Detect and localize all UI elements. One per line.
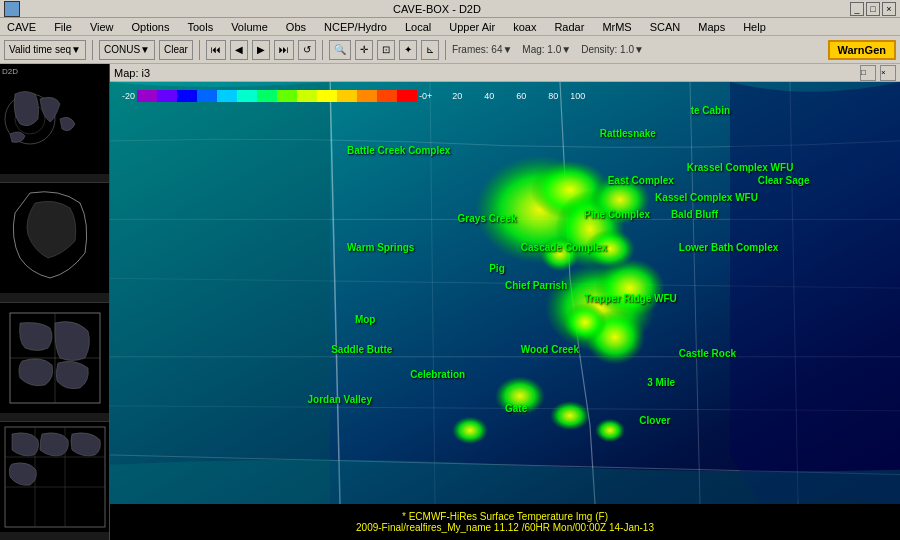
select-btn[interactable]: ⊡ xyxy=(377,40,395,60)
scale-label-100: 100 xyxy=(570,91,585,101)
mini-map-world[interactable]: D2D xyxy=(0,64,109,183)
svg-point-31 xyxy=(495,376,545,415)
sep2 xyxy=(199,40,200,60)
map-container: Map: i3 □ × xyxy=(110,64,900,540)
menu-item-tools[interactable]: Tools xyxy=(184,21,216,33)
density-label: Density: 1.0▼ xyxy=(581,44,644,55)
status-line2: 2009-Final/realfires_My_name 11.12 /60HR… xyxy=(118,522,892,533)
measure-btn[interactable]: ⊾ xyxy=(421,40,439,60)
scale-label-60: 60 xyxy=(516,91,526,101)
menu-item-ncephydro[interactable]: NCEP/Hydro xyxy=(321,21,390,33)
app-icon xyxy=(4,1,20,17)
prev-button[interactable]: ◀ xyxy=(230,40,248,60)
menu-bar: CAVEFileViewOptionsToolsVolumeObsNCEP/Hy… xyxy=(0,18,900,36)
next-button[interactable]: ▶ xyxy=(252,40,270,60)
map-title-bar: Map: i3 □ × xyxy=(110,64,900,82)
loop-button[interactable]: ↺ xyxy=(298,40,316,60)
menu-item-radar[interactable]: Radar xyxy=(551,21,587,33)
scale-label-80: 80 xyxy=(548,91,558,101)
map-close-button[interactable]: × xyxy=(880,65,896,81)
cursor-btn[interactable]: ✛ xyxy=(355,40,373,60)
color-scale: -20 -0+ 20 xyxy=(120,90,587,102)
scale-label-0: -0+ xyxy=(419,91,432,101)
svg-point-32 xyxy=(550,401,590,430)
zoom-btn[interactable]: 🔍 xyxy=(329,40,351,60)
svg-text:D2D: D2D xyxy=(2,67,18,76)
menu-item-view[interactable]: View xyxy=(87,21,117,33)
minimize-button[interactable]: _ xyxy=(850,2,864,16)
conus-button[interactable]: CONUS▼ xyxy=(99,40,155,60)
mini-map-na[interactable] xyxy=(0,183,109,302)
toolbar: Valid time seq▼ CONUS▼ Clear ⏮ ◀ ▶ ⏭ ↺ 🔍… xyxy=(0,36,900,64)
menu-item-file[interactable]: File xyxy=(51,21,75,33)
svg-point-28 xyxy=(595,259,665,318)
title-bar: CAVE-BOX - D2D _ □ × xyxy=(0,0,900,18)
svg-point-33 xyxy=(452,417,488,444)
mag-label: Mag: 1.0▼ xyxy=(522,44,571,55)
mini-map-region[interactable] xyxy=(0,303,109,422)
status-line1: * ECMWF-HiRes Surface Temperature Img (F… xyxy=(118,511,892,522)
menu-item-options[interactable]: Options xyxy=(129,21,173,33)
status-bar: * ECMWF-HiRes Surface Temperature Img (F… xyxy=(110,504,900,540)
svg-point-34 xyxy=(595,419,625,443)
svg-point-26 xyxy=(540,236,580,271)
menu-item-local[interactable]: Local xyxy=(402,21,434,33)
pan-btn[interactable]: ✦ xyxy=(399,40,417,60)
sep1 xyxy=(92,40,93,60)
scale-bar xyxy=(137,90,417,102)
menu-item-cave[interactable]: CAVE xyxy=(4,21,39,33)
maximize-button[interactable]: □ xyxy=(866,2,880,16)
radar-map[interactable]: -20 -0+ 20 xyxy=(110,82,900,504)
sep3 xyxy=(322,40,323,60)
menu-item-help[interactable]: Help xyxy=(740,21,769,33)
sep4 xyxy=(445,40,446,60)
menu-item-koax[interactable]: koax xyxy=(510,21,539,33)
clear-button[interactable]: Clear xyxy=(159,40,193,60)
menu-item-maps[interactable]: Maps xyxy=(695,21,728,33)
menu-item-scan[interactable]: SCAN xyxy=(647,21,684,33)
warngen-button[interactable]: WarnGen xyxy=(828,40,897,60)
svg-point-24 xyxy=(590,175,650,224)
menu-item-obs[interactable]: Obs xyxy=(283,21,309,33)
left-panel: D2D xyxy=(0,64,110,540)
svg-point-30 xyxy=(563,303,607,342)
close-button[interactable]: × xyxy=(882,2,896,16)
next-next-button[interactable]: ⏭ xyxy=(274,40,294,60)
frames-label: Frames: 64▼ xyxy=(452,44,512,55)
main-area: D2D xyxy=(0,64,900,540)
scale-label-neg20: -20 xyxy=(122,91,135,101)
title-text: CAVE-BOX - D2D xyxy=(24,3,850,15)
map-restore-button[interactable]: □ xyxy=(860,65,876,81)
valid-time-seq-button[interactable]: Valid time seq▼ xyxy=(4,40,86,60)
prev-prev-button[interactable]: ⏮ xyxy=(206,40,226,60)
scale-label-40: 40 xyxy=(484,91,494,101)
map-title: Map: i3 xyxy=(114,67,150,79)
menu-item-volume[interactable]: Volume xyxy=(228,21,271,33)
menu-item-mrms[interactable]: MrMS xyxy=(599,21,634,33)
menu-item-upperair[interactable]: Upper Air xyxy=(446,21,498,33)
scale-label-20: 20 xyxy=(452,91,462,101)
mini-map-local[interactable] xyxy=(0,422,109,540)
